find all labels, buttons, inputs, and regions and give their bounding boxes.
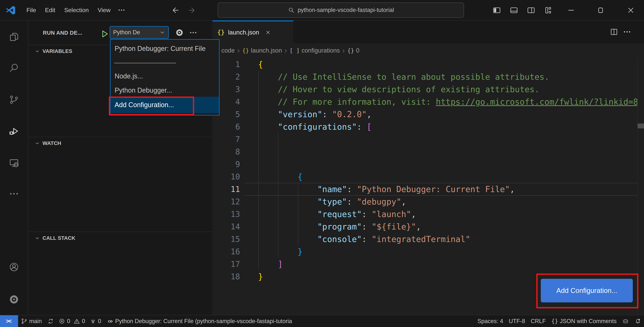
copilot-icon xyxy=(622,318,629,324)
menu-view[interactable]: View xyxy=(93,7,115,14)
start-debugging-icon[interactable] xyxy=(100,28,110,40)
code-token: : xyxy=(362,210,372,219)
code-line-2[interactable]: // Use IntelliSense to learn about possi… xyxy=(258,70,549,83)
status-language-mode[interactable]: {}JSON with Comments xyxy=(548,315,620,327)
sidebar-title: RUN AND DE... xyxy=(43,30,82,36)
status-remote-indicator[interactable]: >< xyxy=(0,315,18,327)
code-line-11[interactable]: "name": "Python Debugger: Current File", xyxy=(258,183,515,196)
status-notifications[interactable] xyxy=(632,315,644,327)
breadcrumb-item-0[interactable]: {}0 xyxy=(347,47,359,54)
status-label: main xyxy=(29,318,42,324)
breadcrumb-item-configurations[interactable]: [ ]configurations xyxy=(290,47,340,54)
menu-more[interactable] xyxy=(115,0,128,20)
code-line-16[interactable]: } xyxy=(258,246,302,258)
code-link[interactable]: https://go.microsoft.com/fwlink/?linkid=… xyxy=(436,97,637,106)
status-errors[interactable]: 0 xyxy=(57,315,72,327)
toggle-secondary-sidebar-icon[interactable] xyxy=(527,6,535,14)
code-token: // For more information, visit: xyxy=(278,97,436,106)
toggle-panel-icon[interactable] xyxy=(510,6,518,14)
tab-launch-json[interactable]: {} launch.json xyxy=(212,20,293,43)
code-line-17[interactable]: ] xyxy=(258,258,283,270)
scrollbar-thumb[interactable] xyxy=(638,124,644,128)
git-branch-icon xyxy=(21,318,28,324)
status-indentation[interactable]: Spaces: 4 xyxy=(474,315,506,327)
line-number: 11 xyxy=(212,183,240,196)
breadcrumb-symbol-icon: {} xyxy=(242,47,249,54)
breadcrumb-item-code[interactable]: code xyxy=(222,47,235,54)
editor-more-actions-icon[interactable] xyxy=(623,28,631,36)
command-center-search[interactable]: python-sample-vscode-fastapi-tutorial xyxy=(218,2,464,18)
code-line-14[interactable]: "program": "${file}", xyxy=(258,220,421,233)
status-encoding[interactable]: UTF-8 xyxy=(506,315,528,327)
views-more-icon[interactable] xyxy=(189,28,198,37)
status-debug-status[interactable]: Python Debugger: Current File (python-sa… xyxy=(104,315,295,327)
activity-settings[interactable] xyxy=(0,289,28,310)
code-line-6[interactable]: "configurations": [ xyxy=(258,120,372,133)
code-token: } xyxy=(258,272,263,281)
section-label: WATCH xyxy=(42,140,61,146)
activity-bar xyxy=(0,20,28,315)
code-token: "debugpy" xyxy=(357,197,401,206)
code-token: { xyxy=(298,172,302,182)
maximize-button[interactable] xyxy=(596,6,605,14)
search-side-icon xyxy=(8,62,20,74)
toggle-sidebar-icon[interactable] xyxy=(492,6,501,14)
dropdown-item-python-debugger-current-file[interactable]: Python Debugger: Current File xyxy=(110,42,219,55)
close-button[interactable] xyxy=(626,6,635,14)
annotation-red-box-dropdown xyxy=(109,96,194,115)
line-number: 9 xyxy=(212,158,240,170)
code-line-13[interactable]: "request": "launch", xyxy=(258,208,416,220)
code-line-3[interactable]: // Hover to view descriptions of existin… xyxy=(258,83,540,96)
activity-run-and-debug[interactable] xyxy=(0,121,28,142)
activity-more[interactable] xyxy=(0,184,28,204)
code-line-12[interactable]: "type": "debugpy", xyxy=(258,196,406,208)
code-token: // Use IntelliSense to learn about possi… xyxy=(278,72,549,82)
activity-accounts[interactable] xyxy=(0,257,28,277)
code-token: } xyxy=(298,247,302,256)
status-ports[interactable]: 0 xyxy=(87,315,104,327)
close-tab-icon[interactable] xyxy=(265,30,271,35)
code-token: "${file}" xyxy=(372,222,416,232)
status-eol[interactable]: CRLF xyxy=(528,315,548,327)
line-number: 12 xyxy=(212,196,240,208)
status-sync[interactable] xyxy=(44,315,57,327)
menu-edit[interactable]: Edit xyxy=(40,7,60,14)
code-line-10[interactable]: { xyxy=(258,170,302,183)
files-icon xyxy=(8,32,20,42)
dropdown-item-node-js[interactable]: Node.js... xyxy=(110,70,219,83)
activity-source-control[interactable] xyxy=(0,90,28,110)
code-line-5[interactable]: "version": "0.2.0", xyxy=(258,108,372,120)
status-left: ><main000Python Debugger: Current File (… xyxy=(0,315,295,327)
code-token: "configurations" xyxy=(278,122,357,132)
section-watch[interactable]: WATCH xyxy=(28,137,212,150)
breadcrumb-item-launch.json[interactable]: {}launch.json xyxy=(242,47,282,54)
status-copilot[interactable] xyxy=(620,315,632,327)
go-back-icon[interactable] xyxy=(170,6,180,15)
menu-file[interactable]: File xyxy=(22,7,40,14)
activity-remote-explorer[interactable] xyxy=(0,153,28,173)
activity-search[interactable] xyxy=(0,58,28,78)
configure-gear-icon[interactable] xyxy=(175,28,184,37)
tab-bar: {} launch.json xyxy=(212,20,644,43)
tab-label: launch.json xyxy=(228,29,259,36)
activity-explorer[interactable] xyxy=(0,27,28,47)
status-git-branch[interactable]: main xyxy=(18,315,44,327)
code-line-1[interactable]: { xyxy=(258,58,263,70)
status-warnings[interactable]: 0 xyxy=(72,315,87,327)
status-right: Spaces: 4UTF-8CRLF{}JSON with Comments xyxy=(474,315,644,327)
code-line-4[interactable]: // For more information, visit: https://… xyxy=(258,96,637,108)
code-line-18[interactable]: } xyxy=(258,270,263,283)
go-forward-icon[interactable] xyxy=(188,6,197,15)
code-token: "type" xyxy=(317,197,347,206)
menu-selection[interactable]: Selection xyxy=(60,7,93,14)
code-token: , xyxy=(401,197,406,206)
source-control-icon xyxy=(8,94,20,105)
section-call-stack[interactable]: CALL STACK xyxy=(28,232,212,244)
customize-layout-icon[interactable] xyxy=(544,6,552,14)
split-editor-icon[interactable] xyxy=(610,28,618,36)
minimize-button[interactable] xyxy=(567,6,576,14)
debug-config-select[interactable]: Python De xyxy=(110,26,169,39)
code-line-15[interactable]: "console": "integratedTerminal" xyxy=(258,233,470,246)
dropdown-item-python-debugger[interactable]: Python Debugger... xyxy=(110,84,219,97)
code-token: , xyxy=(416,222,421,232)
